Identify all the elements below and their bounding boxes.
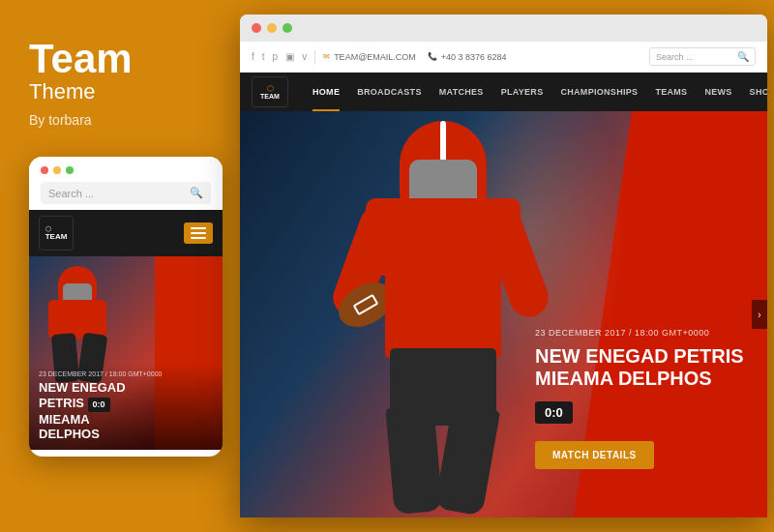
mobile-score-box: 0:0 xyxy=(88,398,110,412)
mobile-match-line2: PETRIS xyxy=(39,396,84,410)
desktop-dot-yellow xyxy=(267,23,277,33)
nav-item-home[interactable]: HOME xyxy=(304,73,348,111)
desktop-utility-bar: f t p ▣ v ✉ TEAM@EMAIL.COM 📞 +40 3 8376 … xyxy=(240,42,767,73)
mobile-logo-text: TEAM xyxy=(45,233,68,242)
mobile-match-line3: MIEAMA xyxy=(39,412,90,427)
nav-item-players[interactable]: PLAYERS xyxy=(492,73,552,111)
mobile-hamburger-button[interactable] xyxy=(184,222,213,244)
facebook-icon[interactable]: f xyxy=(252,51,254,62)
player-body: 87 xyxy=(346,121,540,517)
mobile-search-bar[interactable]: Search ... 🔍 xyxy=(41,182,211,204)
mobile-date: 23 DECEMBER 2017 / 18:00 GMT+0000 xyxy=(39,370,213,377)
brand-author: By torbara xyxy=(29,112,213,128)
desktop-hero: 87 23 DECEMBER 2017 / 18:00 GMT+0000 NEW… xyxy=(240,111,767,517)
mobile-search-placeholder: Search ... xyxy=(48,188,184,199)
hero-content: 23 DECEMBER 2017 / 18:00 GMT+0000 NEW EN… xyxy=(535,328,748,469)
mobile-nav: ⬡ TEAM xyxy=(29,210,223,256)
pinterest-icon[interactable]: p xyxy=(273,51,279,62)
player-torso: 87 xyxy=(385,261,501,358)
desktop-logo-text: TEAM xyxy=(260,93,280,101)
left-panel: Team Theme By torbara Search ... 🔍 ⬡ TEA… xyxy=(0,0,232,532)
mobile-overlay-content: 23 DECEMBER 2017 / 18:00 GMT+0000 NEW EN… xyxy=(29,363,223,450)
desktop-search-bar[interactable]: Search ... 🔍 xyxy=(649,47,756,66)
hero-cta-button[interactable]: MATCH DETAILS xyxy=(535,441,654,469)
ball-lace xyxy=(353,294,379,315)
mobile-search-icon: 🔍 xyxy=(190,187,203,199)
player-leg-left xyxy=(385,404,442,515)
nav-item-broadcasts[interactable]: BROADCASTS xyxy=(348,73,431,111)
mobile-dot-red xyxy=(41,166,48,174)
desktop-mockup: f t p ▣ v ✉ TEAM@EMAIL.COM 📞 +40 3 8376 … xyxy=(240,15,767,517)
utility-contact: ✉ TEAM@EMAIL.COM 📞 +40 3 8376 6284 xyxy=(323,52,506,62)
desktop-logo: ⬡ TEAM xyxy=(252,76,288,107)
hamburger-line-1 xyxy=(191,227,206,229)
email-contact: ✉ TEAM@EMAIL.COM xyxy=(323,52,416,62)
desktop-search-icon: 🔍 xyxy=(737,51,749,62)
vine-icon[interactable]: v xyxy=(302,51,307,62)
nav-item-news[interactable]: NEWS xyxy=(696,73,740,111)
nav-item-teams[interactable]: TEAMS xyxy=(646,73,696,111)
hero-score-box: 0:0 xyxy=(535,401,573,424)
mobile-hero: 23 DECEMBER 2017 / 18:00 GMT+0000 NEW EN… xyxy=(29,256,223,450)
mobile-match-line4: DELPHOS xyxy=(39,427,100,441)
hero-next-arrow[interactable]: › xyxy=(752,300,767,329)
desktop-dot-green xyxy=(283,23,292,33)
mobile-top-bar: Search ... 🔍 xyxy=(29,157,223,210)
nav-items: HOME BROADCASTS MATCHES PLAYERS CHAMPION… xyxy=(304,73,767,111)
hamburger-line-3 xyxy=(191,237,206,239)
mobile-match-line1: NEW ENEGAD xyxy=(39,380,126,395)
email-text: TEAM@EMAIL.COM xyxy=(334,52,416,62)
mobile-dot-yellow xyxy=(53,166,61,174)
nav-item-championships[interactable]: CHAMPIONSHIPS xyxy=(551,73,646,111)
brand-subtitle: Theme xyxy=(29,79,213,104)
instagram-icon[interactable]: ▣ xyxy=(285,51,294,62)
utility-right: Search ... 🔍 xyxy=(649,47,756,66)
desktop-dot-red xyxy=(252,23,261,33)
email-icon: ✉ xyxy=(323,52,330,61)
utility-left: f t p ▣ v ✉ TEAM@EMAIL.COM 📞 +40 3 8376 … xyxy=(252,50,507,64)
nav-item-shop[interactable]: SHOP xyxy=(741,73,767,111)
phone-icon: 📞 xyxy=(428,52,437,61)
hero-background: 87 23 DECEMBER 2017 / 18:00 GMT+0000 NEW… xyxy=(240,111,767,517)
hamburger-line-2 xyxy=(191,232,206,234)
hero-match-title: NEW ENEGAD PETRIS MIEAMA DELPHOS xyxy=(535,345,748,390)
mobile-dot-green xyxy=(66,166,74,174)
mobile-match-title: NEW ENEGAD PETRIS 0:0 MIEAMA DELPHOS xyxy=(39,380,213,442)
mobile-logo: ⬡ TEAM xyxy=(39,216,74,251)
desktop-logo-icon: ⬡ xyxy=(260,84,280,93)
hero-match-line1: NEW ENEGAD PETRIS xyxy=(535,345,744,367)
hero-match-line2: MIEAMA DELPHOS xyxy=(535,368,712,389)
mobile-dots xyxy=(41,166,211,174)
desktop-nav: ⬡ TEAM HOME BROADCASTS MATCHES PLAYERS C… xyxy=(240,73,767,111)
desktop-search-placeholder: Search ... xyxy=(656,52,733,62)
utility-divider xyxy=(314,50,315,64)
mobile-mockup: Search ... 🔍 ⬡ TEAM xyxy=(29,157,223,457)
hero-date: 23 DECEMBER 2017 / 18:00 GMT+0000 xyxy=(535,328,748,338)
nav-item-matches[interactable]: MATCHES xyxy=(431,73,492,111)
hero-score-row: 0:0 xyxy=(535,401,748,424)
phone-text: +40 3 8376 6284 xyxy=(441,52,507,62)
brand-title: Team xyxy=(29,39,213,79)
desktop-title-bar xyxy=(240,15,767,42)
phone-contact: 📞 +40 3 8376 6284 xyxy=(428,52,507,62)
twitter-icon[interactable]: t xyxy=(262,51,265,62)
